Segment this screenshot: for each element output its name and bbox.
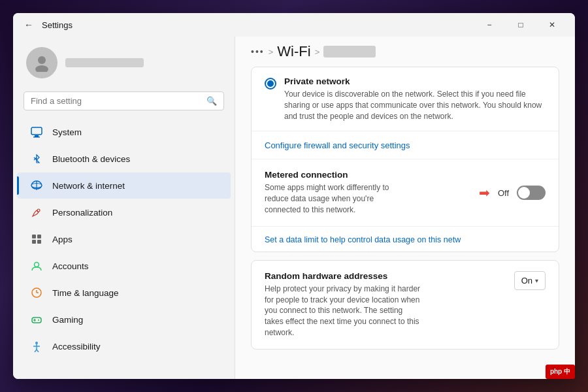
username-placeholder <box>65 58 144 67</box>
sidebar-item-label: Accessibility <box>52 342 101 351</box>
metered-toggle-area: ➡ Off <box>479 185 546 201</box>
personalization-icon <box>30 206 43 219</box>
svg-rect-10 <box>37 240 41 244</box>
breadcrumb-sep1: > <box>269 47 274 57</box>
sidebar-item-label: Apps <box>52 235 73 244</box>
svg-line-23 <box>37 350 39 352</box>
private-radio[interactable] <box>265 78 276 90</box>
hardware-address-section: Random hardware addresses Help protect y… <box>251 260 559 350</box>
sidebar-item-label: System <box>52 127 82 137</box>
private-network-row[interactable]: Private network Your device is discovera… <box>252 67 559 131</box>
back-button[interactable]: ← <box>21 17 37 33</box>
sidebar-item-label: Network & internet <box>52 181 125 191</box>
network-icon <box>30 179 43 192</box>
hw-title: Random hardware addresses <box>265 271 514 281</box>
firewall-link[interactable]: Configure firewall and security settings <box>265 140 410 150</box>
gaming-icon <box>30 313 43 326</box>
sidebar-item-apps[interactable]: Apps <box>17 226 231 252</box>
system-icon <box>30 125 43 139</box>
sidebar-item-network[interactable]: Network & internet <box>17 172 231 199</box>
svg-rect-2 <box>31 127 42 135</box>
apps-icon <box>30 233 43 246</box>
sidebar-item-label: Time & language <box>52 288 119 298</box>
svg-rect-8 <box>37 235 41 238</box>
nav-list: System Bluetooth & devices <box>13 118 235 360</box>
hw-desc: Help protect your privacy by making it h… <box>265 284 421 338</box>
sidebar-item-label: Accounts <box>52 261 89 271</box>
svg-rect-7 <box>32 235 36 238</box>
hw-address-row: Random hardware addresses Help protect y… <box>265 271 546 338</box>
sidebar-item-personalization[interactable]: Personalization <box>17 199 231 225</box>
accounts-icon <box>30 259 43 272</box>
private-network-info: Private network Your device is discovera… <box>284 76 546 122</box>
search-input[interactable] <box>31 96 201 106</box>
metered-title: Metered connection <box>265 170 479 180</box>
breadcrumb-network <box>323 46 376 57</box>
accessibility-icon <box>30 340 43 353</box>
svg-point-18 <box>38 319 39 321</box>
private-network-title: Private network <box>284 76 546 86</box>
hw-dropdown[interactable]: On ▾ <box>514 271 546 290</box>
sidebar-item-label: Bluetooth & devices <box>52 154 130 164</box>
metered-connection-row: Metered connection Some apps might work … <box>252 159 559 225</box>
metered-toggle[interactable] <box>517 186 546 200</box>
close-button[interactable]: ✕ <box>537 14 567 35</box>
metered-toggle-label: Off <box>498 188 509 198</box>
svg-rect-4 <box>33 137 40 138</box>
svg-point-19 <box>35 342 38 344</box>
firewall-link-row: Configure firewall and security settings <box>252 131 559 159</box>
data-limit-link[interactable]: Set a data limit to help control data us… <box>265 235 461 244</box>
network-type-section: Private network Your device is discovera… <box>251 67 559 252</box>
main-content: ••• > Wi-Fi > Private network Your devic… <box>235 37 575 379</box>
sidebar: 🔍 System <box>13 37 235 379</box>
search-box[interactable]: 🔍 <box>24 91 224 110</box>
svg-rect-9 <box>32 240 36 244</box>
content-area: 🔍 System <box>13 37 575 379</box>
arrow-icon: ➡ <box>479 185 490 201</box>
breadcrumb-dots[interactable]: ••• <box>251 46 265 57</box>
sidebar-item-time[interactable]: Time & language <box>17 280 231 306</box>
sidebar-item-accounts[interactable]: Accounts <box>17 253 231 279</box>
title-bar: ← Settings − □ ✕ <box>13 13 575 37</box>
search-icon: 🔍 <box>206 96 217 106</box>
breadcrumb-wifi[interactable]: Wi-Fi <box>277 43 310 60</box>
data-limit-row: Set a data limit to help control data us… <box>252 226 559 252</box>
svg-rect-3 <box>35 135 39 137</box>
breadcrumb: ••• > Wi-Fi > <box>235 37 575 67</box>
chevron-down-icon: ▾ <box>535 277 538 284</box>
sidebar-item-label: Personalization <box>52 208 112 218</box>
maximize-button[interactable]: □ <box>506 14 536 35</box>
private-network-desc: Your device is discoverable on the netwo… <box>284 89 546 122</box>
minimize-button[interactable]: − <box>474 14 504 35</box>
avatar <box>26 47 57 78</box>
window-title: Settings <box>42 20 73 30</box>
metered-desc: Some apps might work differently to redu… <box>265 182 408 215</box>
svg-point-6 <box>37 209 40 212</box>
breadcrumb-sep2: > <box>315 47 320 57</box>
user-profile <box>13 37 235 89</box>
bluetooth-icon <box>30 152 43 165</box>
svg-point-11 <box>35 263 39 267</box>
settings-window: ← Settings − □ ✕ � <box>13 13 575 379</box>
sidebar-item-gaming[interactable]: Gaming <box>17 306 231 333</box>
hw-dropdown-value: On <box>521 276 532 286</box>
time-icon <box>30 286 43 299</box>
sidebar-item-accessibility[interactable]: Accessibility <box>17 333 231 359</box>
hw-info: Random hardware addresses Help protect y… <box>265 271 514 338</box>
sidebar-item-label: Gaming <box>52 315 83 325</box>
svg-point-0 <box>38 56 46 64</box>
metered-info: Metered connection Some apps might work … <box>265 170 479 215</box>
window-controls: − □ ✕ <box>474 14 567 35</box>
sidebar-item-bluetooth[interactable]: Bluetooth & devices <box>17 146 231 172</box>
sidebar-item-system[interactable]: System <box>17 119 231 145</box>
php-badge: php 中 <box>546 365 575 379</box>
svg-point-1 <box>35 65 48 72</box>
settings-scroll: Private network Your device is discovera… <box>235 67 575 379</box>
